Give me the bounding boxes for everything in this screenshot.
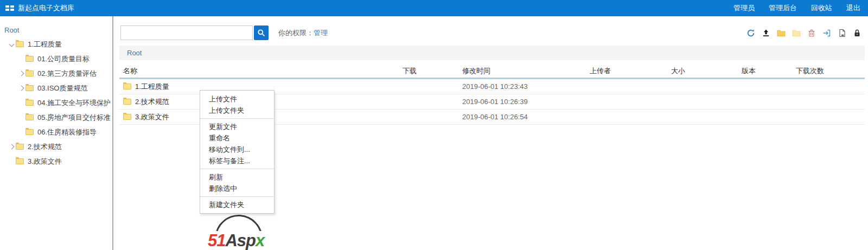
col-version[interactable]: 版本 — [742, 66, 796, 76]
tree-node-1[interactable]: 1.工程质量 — [0, 37, 112, 52]
menu-item-rename[interactable]: 重命名 — [200, 132, 274, 144]
folder-icon — [25, 114, 34, 120]
folder-icon — [25, 129, 34, 135]
document-properties-icon[interactable] — [837, 28, 846, 37]
tree-node-label: 05.房地产项目交付标准 — [37, 113, 111, 123]
app-title: 新起点电子文档库 — [18, 3, 74, 13]
sidebar-folder-tree: Root 1.工程质量 01.公司质量目标 02.第三方质量评估 03.ISO质… — [0, 16, 112, 250]
tree-node-3[interactable]: 3.政策文件 — [0, 154, 112, 169]
row-name[interactable]: 1.工程质量 — [135, 82, 169, 92]
menu-item-refresh[interactable]: 刷新 — [200, 171, 274, 183]
folder-icon — [25, 70, 34, 76]
tree-node-label: 06.住房精装修指导 — [37, 127, 97, 137]
tree-node-02[interactable]: 02.第三方质量评估 — [0, 66, 112, 81]
link-recycle-bin[interactable]: 回收站 — [811, 3, 832, 13]
51aspx-logo: 51Aspx — [205, 214, 286, 250]
folder-icon — [123, 99, 131, 105]
upload-icon[interactable] — [761, 28, 770, 37]
col-download[interactable]: 下载 — [403, 66, 462, 76]
row-modified: 2019-06-01 10:26:54 — [462, 113, 590, 121]
chevron-right-icon[interactable] — [17, 84, 25, 93]
breadcrumb: Root — [119, 46, 865, 60]
menu-item-new-folder[interactable]: 新建文件夹 — [200, 199, 274, 210]
search-icon — [257, 29, 265, 37]
folder-icon — [25, 100, 34, 106]
tree-root-label: Root — [4, 26, 19, 34]
row-name[interactable]: 2.技术规范 — [135, 97, 169, 107]
row-modified: 2019-06-01 10:23:43 — [462, 82, 590, 91]
menu-item-upload-folder[interactable]: 上传文件夹 — [200, 105, 274, 116]
menu-separator — [200, 169, 274, 169]
search-input[interactable] — [120, 25, 253, 40]
chevron-spacer — [17, 113, 25, 122]
tree-node-04[interactable]: 04.施工安全与环境保护 — [0, 95, 112, 110]
tree-node-06[interactable]: 06.住房精装修指导 — [0, 125, 112, 139]
tree-node-label: 02.第三方质量评估 — [37, 69, 97, 79]
brand: 新起点电子文档库 — [5, 3, 74, 13]
menu-item-move-file-to[interactable]: 移动文件到... — [200, 144, 274, 155]
search-row: 你的权限：管理 — [120, 25, 328, 40]
folder-icon — [16, 158, 24, 164]
topbar: 新起点电子文档库 管理员 管理后台 回收站 退出 — [0, 0, 868, 16]
tree-node-03[interactable]: 03.ISO质量规范 — [0, 81, 112, 95]
folder-icon — [16, 144, 24, 150]
menu-item-update-file[interactable]: 更新文件 — [200, 121, 274, 132]
folder-icon — [16, 41, 24, 47]
trash-icon[interactable] — [807, 28, 816, 37]
logo-asp: Asp — [225, 231, 256, 250]
search-button[interactable] — [254, 25, 269, 40]
logo-text: 51Aspx — [206, 231, 266, 250]
tree-node-label: 04.施工安全与环境保护 — [37, 98, 111, 108]
logo-51: 51 — [208, 231, 225, 250]
folder-icon — [123, 84, 131, 89]
toolbar-icons — [746, 28, 861, 37]
tree-node-05[interactable]: 05.房地产项目交付标准 — [0, 110, 112, 125]
tree-node-root[interactable]: Root — [0, 23, 112, 37]
tree-node-label: 1.工程质量 — [28, 40, 62, 49]
folder-icon — [25, 56, 34, 62]
app-grid-icon — [5, 5, 14, 11]
menu-item-upload-file[interactable]: 上传文件 — [200, 93, 274, 105]
tree-node-label: 2.技术规范 — [28, 142, 62, 152]
link-admin-backend[interactable]: 管理后台 — [769, 3, 797, 13]
checkin-arrow-icon[interactable] — [822, 28, 831, 37]
col-modified[interactable]: 修改时间 — [462, 66, 590, 76]
tree-node-label: 3.政策文件 — [28, 157, 62, 166]
folder-icon — [123, 114, 131, 120]
chevron-spacer — [17, 128, 25, 137]
link-logout[interactable]: 退出 — [846, 3, 860, 13]
permission-label: 你的权限： — [278, 29, 314, 37]
breadcrumb-root[interactable]: Root — [127, 49, 142, 57]
row-name[interactable]: 3.政策文件 — [135, 112, 169, 122]
logo-x: x — [256, 231, 264, 250]
tree-node-label: 03.ISO质量规范 — [37, 84, 87, 93]
menu-item-delete-selected[interactable]: 删除选中 — [200, 183, 274, 194]
chevron-right-icon[interactable] — [7, 143, 16, 151]
topbar-links: 管理员 管理后台 回收站 退出 — [733, 3, 860, 13]
new-folder-icon[interactable] — [792, 28, 801, 37]
link-admin-user[interactable]: 管理员 — [733, 3, 755, 13]
context-menu: 上传文件 上传文件夹 更新文件 重命名 移动文件到... 标签与备注... 刷新… — [200, 90, 275, 214]
chevron-spacer — [17, 55, 25, 63]
chevron-spacer — [7, 157, 16, 166]
chevron-down-icon[interactable] — [7, 40, 16, 49]
lock-icon[interactable] — [852, 28, 861, 37]
menu-separator — [200, 196, 274, 197]
chevron-right-icon[interactable] — [17, 69, 25, 78]
row-modified: 2019-06-01 10:26:39 — [462, 98, 590, 106]
permission-text: 你的权限：管理 — [278, 28, 328, 38]
menu-item-tags-notes[interactable]: 标签与备注... — [200, 155, 274, 166]
tree-node-2[interactable]: 2.技术规范 — [0, 139, 112, 154]
table-header: 名称 下载 修改时间 上传者 大小 版本 下载次数 — [119, 64, 865, 79]
menu-separator — [200, 118, 274, 119]
tree-node-01[interactable]: 01.公司质量目标 — [0, 52, 112, 66]
col-uploader[interactable]: 上传者 — [590, 66, 671, 76]
col-size[interactable]: 大小 — [671, 66, 742, 76]
document-library-app: 新起点电子文档库 管理员 管理后台 回收站 退出 Root 1.工程质量 01.… — [0, 0, 868, 250]
refresh-icon[interactable] — [746, 28, 755, 37]
folder-icon[interactable] — [776, 28, 786, 37]
chevron-spacer — [17, 99, 25, 107]
permission-link[interactable]: 管理 — [314, 29, 328, 37]
col-download-count[interactable]: 下载次数 — [796, 66, 865, 76]
col-name[interactable]: 名称 — [119, 66, 403, 76]
